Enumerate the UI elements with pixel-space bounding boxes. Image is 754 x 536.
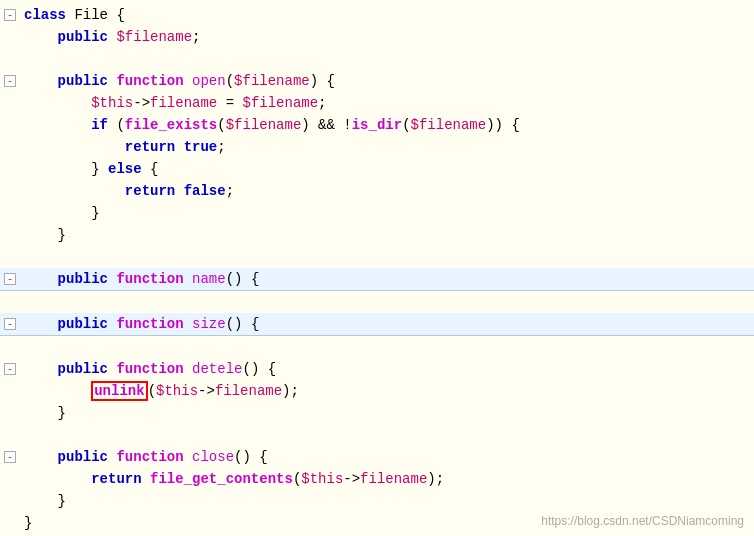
code-line-9: return false;	[0, 180, 754, 202]
watermark: https://blog.csdn.net/CSDNiamcoming	[541, 514, 744, 528]
fold-icon-4[interactable]: -	[4, 75, 16, 87]
fold-icon-17[interactable]: -	[4, 363, 16, 375]
line-content-5: $this->filename = $filename;	[20, 92, 754, 114]
line-content-22: return file_get_contents($this->filename…	[20, 468, 754, 490]
gutter-17[interactable]: -	[0, 363, 20, 375]
gutter-4[interactable]: -	[0, 75, 20, 87]
fold-icon-21[interactable]: -	[4, 451, 16, 463]
line-content-20	[20, 424, 754, 446]
line-content-1: class File {	[20, 4, 754, 26]
line-content-12	[20, 246, 754, 268]
code-line-2: public $filename;	[0, 26, 754, 48]
code-line-7: return true;	[0, 136, 754, 158]
code-editor: - class File { public $filename; - publi…	[0, 0, 754, 536]
line-content-17: public function detele() {	[20, 358, 754, 380]
gutter-21[interactable]: -	[0, 451, 20, 463]
line-content-21: public function close() {	[20, 446, 754, 468]
line-content-10: }	[20, 202, 754, 224]
code-line-23: }	[0, 490, 754, 512]
code-line-14	[0, 291, 754, 313]
line-content-8: } else {	[20, 158, 754, 180]
code-line-11: }	[0, 224, 754, 246]
code-line-3	[0, 48, 754, 70]
code-line-13: - public function name() {	[0, 268, 754, 291]
line-content-15: public function size() {	[20, 313, 754, 335]
code-line-22: return file_get_contents($this->filename…	[0, 468, 754, 490]
gutter-13[interactable]: -	[0, 273, 20, 285]
code-line-8: } else {	[0, 158, 754, 180]
line-content-4: public function open($filename) {	[20, 70, 754, 92]
line-content-19: }	[20, 402, 754, 424]
line-content-9: return false;	[20, 180, 754, 202]
code-line-12	[0, 246, 754, 268]
line-content-18: unlink($this->filename);	[20, 380, 754, 402]
line-content-14	[20, 291, 754, 313]
fold-icon-13[interactable]: -	[4, 273, 16, 285]
code-line-15: - public function size() {	[0, 313, 754, 336]
code-line-17: - public function detele() {	[0, 358, 754, 380]
code-line-10: }	[0, 202, 754, 224]
code-line-21: - public function close() {	[0, 446, 754, 468]
code-line-19: }	[0, 402, 754, 424]
code-line-18: unlink($this->filename);	[0, 380, 754, 402]
line-content-23: }	[20, 490, 754, 512]
gutter-1[interactable]: -	[0, 9, 20, 21]
line-content-11: }	[20, 224, 754, 246]
line-content-2: public $filename;	[20, 26, 754, 48]
code-line-5: $this->filename = $filename;	[0, 92, 754, 114]
gutter-15[interactable]: -	[0, 318, 20, 330]
line-content-7: return true;	[20, 136, 754, 158]
fold-icon-1[interactable]: -	[4, 9, 16, 21]
code-line-4: - public function open($filename) {	[0, 70, 754, 92]
line-content-16	[20, 336, 754, 358]
code-line-20	[0, 424, 754, 446]
code-line-1: - class File {	[0, 4, 754, 26]
fold-icon-15[interactable]: -	[4, 318, 16, 330]
line-content-13: public function name() {	[20, 268, 754, 290]
code-line-6: if (file_exists($filename) && !is_dir($f…	[0, 114, 754, 136]
line-content-6: if (file_exists($filename) && !is_dir($f…	[20, 114, 754, 136]
line-content-3	[20, 48, 754, 70]
code-line-16	[0, 336, 754, 358]
